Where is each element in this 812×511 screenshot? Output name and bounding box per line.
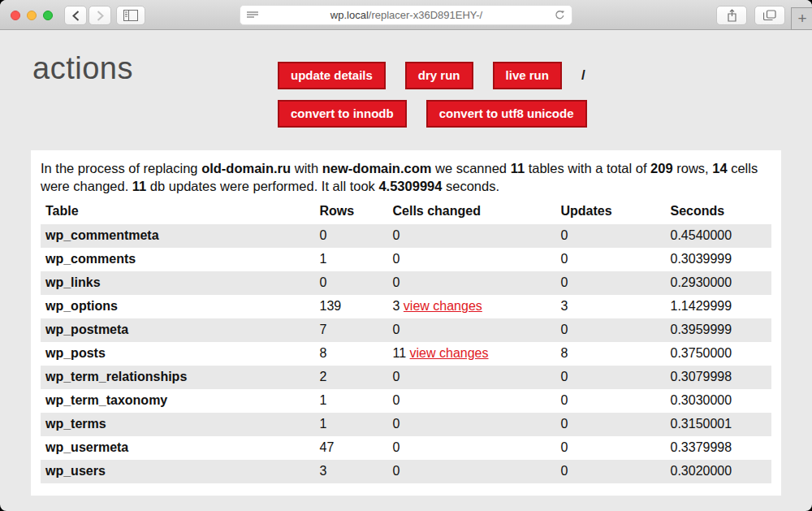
cell-seconds: 0.4540000	[666, 224, 772, 248]
results-table: TableRowsCells changedUpdatesSeconds wp_…	[41, 201, 771, 483]
cell-table-name: wp_usermeta	[41, 436, 315, 460]
column-header-seconds: Seconds	[666, 201, 772, 224]
cell-seconds: 1.1429999	[666, 295, 772, 318]
cell-cells-changed: 3 view changes	[388, 295, 556, 318]
table-row: wp_comments1000.3039999	[41, 248, 771, 271]
table-row: wp_links0000.2930000	[41, 271, 771, 295]
cell-updates: 0	[556, 224, 666, 248]
table-row: wp_usermeta47000.3379998	[41, 436, 771, 460]
cell-rows: 2	[315, 366, 388, 389]
cell-seconds: 0.3079998	[666, 366, 772, 389]
url-path: /replacer-x36D891EHY-/	[369, 9, 482, 21]
cell-table-name: wp_terms	[41, 413, 315, 436]
sidebar-icon	[123, 10, 138, 21]
table-header-row: TableRowsCells changedUpdatesSeconds	[41, 201, 771, 224]
browser-window: wp.local/replacer-x36D891EHY-/ +	[0, 0, 812, 511]
cell-rows: 47	[315, 436, 388, 460]
cell-rows: 1	[315, 413, 388, 436]
reader-icon[interactable]	[247, 11, 258, 19]
cell-table-name: wp_comments	[41, 248, 315, 271]
actions-button-group: update detailsdry runlive run/ convert t…	[278, 62, 587, 128]
chevron-left-icon	[72, 11, 80, 21]
actions-row-2: convert to innodbconvert to utf8 unicode	[278, 100, 587, 128]
column-header-updates: Updates	[556, 201, 666, 224]
cell-updates: 0	[556, 366, 666, 389]
action-button-convert-to-innodb[interactable]: convert to innodb	[278, 100, 407, 128]
actions-row-1: update detailsdry runlive run/	[278, 62, 587, 89]
cell-rows: 1	[315, 248, 388, 271]
back-button[interactable]	[64, 6, 87, 25]
cell-updates: 0	[556, 389, 666, 413]
url-host: wp.local	[330, 9, 369, 21]
tabs-icon	[763, 10, 776, 21]
cell-updates: 0	[556, 413, 666, 436]
cell-cells-changed: 0	[388, 366, 556, 389]
cell-rows: 7	[315, 318, 388, 342]
cell-cells-changed: 0	[388, 224, 556, 248]
table-row: wp_term_taxonomy1000.3030000	[41, 389, 771, 413]
cell-seconds: 0.3959999	[666, 318, 772, 342]
cell-updates: 0	[556, 436, 666, 460]
cell-rows: 3	[315, 460, 388, 483]
cell-seconds: 0.3379998	[666, 436, 772, 460]
cell-updates: 3	[556, 295, 666, 318]
window-minimize-button[interactable]	[27, 11, 37, 20]
table-row: wp_users3000.3020000	[41, 460, 771, 483]
new-tab-button[interactable]: +	[791, 7, 812, 30]
tabs-overview-button[interactable]	[754, 6, 785, 25]
share-icon	[727, 9, 737, 22]
action-button-update-details[interactable]: update details	[278, 62, 386, 89]
cell-seconds: 0.3150001	[666, 413, 772, 436]
cell-rows: 0	[315, 271, 388, 295]
table-row: wp_postmeta7000.3959999	[41, 318, 771, 342]
url-text: wp.local/replacer-x36D891EHY-/	[258, 9, 555, 21]
cell-cells-changed: 0	[388, 248, 556, 271]
action-button-dry-run[interactable]: dry run	[405, 62, 473, 89]
window-controls	[11, 11, 53, 20]
cell-rows: 139	[315, 295, 388, 318]
table-row: wp_term_relationships2000.3079998	[41, 366, 771, 389]
sidebar-toggle-button[interactable]	[116, 6, 145, 25]
cell-updates: 0	[556, 248, 666, 271]
cell-table-name: wp_users	[41, 460, 315, 483]
table-row: wp_options1393 view changes31.1429999	[41, 295, 771, 318]
view-changes-link[interactable]: view changes	[404, 299, 482, 313]
action-button-convert-to-utf8-unicode[interactable]: convert to utf8 unicode	[426, 100, 587, 128]
column-header-table: Table	[41, 201, 315, 224]
cell-table-name: wp_term_relationships	[41, 366, 315, 389]
forward-button[interactable]	[89, 6, 111, 25]
cell-table-name: wp_posts	[41, 342, 315, 366]
address-bar[interactable]: wp.local/replacer-x36D891EHY-/	[240, 5, 572, 25]
cell-rows: 0	[315, 224, 388, 248]
cell-updates: 0	[556, 271, 666, 295]
cell-cells-changed: 0	[388, 271, 556, 295]
cell-updates: 8	[556, 342, 666, 366]
cell-table-name: wp_commentmeta	[41, 224, 315, 248]
column-header-cells-changed: Cells changed	[388, 201, 556, 224]
table-row: wp_posts811 view changes80.3750000	[41, 342, 771, 366]
summary-text: In the process of replacing old-domain.r…	[41, 159, 771, 195]
cell-rows: 1	[315, 389, 388, 413]
cell-cells-changed: 11 view changes	[388, 342, 556, 366]
action-button-live-run[interactable]: live run	[493, 62, 562, 89]
plus-icon: +	[797, 10, 806, 28]
cell-seconds: 0.3020000	[666, 460, 772, 483]
window-zoom-button[interactable]	[43, 11, 53, 20]
window-close-button[interactable]	[11, 11, 20, 20]
cell-table-name: wp_term_taxonomy	[41, 389, 315, 413]
reload-icon[interactable]	[555, 10, 565, 20]
share-button[interactable]	[716, 6, 747, 25]
cell-seconds: 0.2930000	[666, 271, 772, 295]
page-content: actions update detailsdry runlive run/ c…	[0, 30, 812, 511]
page-title: actions	[32, 51, 133, 86]
cell-cells-changed: 0	[388, 318, 556, 342]
column-header-rows: Rows	[315, 201, 388, 224]
cell-updates: 0	[556, 460, 666, 483]
chevron-right-icon	[97, 11, 104, 21]
table-row: wp_commentmeta0000.4540000	[41, 224, 771, 248]
cell-seconds: 0.3750000	[666, 342, 772, 366]
view-changes-link[interactable]: view changes	[410, 346, 489, 360]
cell-cells-changed: 0	[388, 436, 556, 460]
cell-table-name: wp_options	[41, 295, 315, 318]
cell-cells-changed: 0	[388, 413, 556, 436]
